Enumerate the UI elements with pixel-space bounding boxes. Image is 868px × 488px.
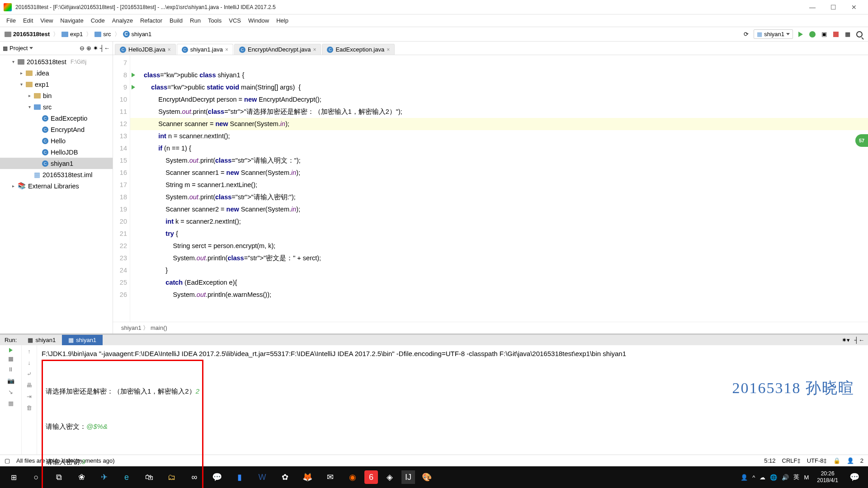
tree-node[interactable]: ▾src [0,101,113,113]
wrap-button[interactable]: ⤶ [27,371,32,377]
folder-icon [94,32,101,37]
close-button[interactable]: ✕ [844,0,864,14]
menu-code[interactable]: Code [87,16,108,25]
vcs-status-icon[interactable]: ▢ [5,457,10,464]
tree-node[interactable]: CEncryptAnd [0,124,113,135]
run-button[interactable] [797,30,805,38]
menu-refactor[interactable]: Refactor [137,16,166,25]
close-tab-icon[interactable]: × [387,47,390,53]
editor-tabs: CHelloJDB.java×Cshiyan1.java×CEncryptAnd… [113,42,868,55]
breadcrumb: 20165318test〉 exp1〉 src〉 Cshiyan1 [5,30,151,38]
class-icon: C [120,47,126,53]
stop-button[interactable] [832,30,840,38]
navigation-bar: 20165318test〉 exp1〉 src〉 Cshiyan1 ⟳ ▦shi… [0,27,868,42]
rerun-button[interactable] [9,348,13,352]
run-hide-icon[interactable]: ┤← [854,337,864,343]
project-tool-window: ▦ Project ⊖ ⊕ ✷ ┤← ▾20165318testF:\Git\j… [0,42,113,333]
class-icon: C [123,31,130,38]
menu-vcs[interactable]: VCS [225,16,245,25]
run-tabs: Run: ▦shiyan1 ▦shiyan1 ✷▾ ┤← [0,335,868,345]
close-tab-icon[interactable]: × [225,47,228,53]
menu-help[interactable]: Help [273,16,292,25]
menu-tools[interactable]: Tools [204,16,225,25]
exit-button[interactable]: ↘ [8,389,13,395]
inspection-badge[interactable]: 57 [855,134,868,147]
tree-node[interactable]: ▸.idea [0,67,113,79]
target-icon[interactable]: ⊕ [86,45,91,52]
cfile-icon: C [42,115,48,122]
editor-breadcrumb[interactable]: shiyan1 〉 main() [113,322,868,333]
tree-node[interactable]: ▸📚External Libraries [0,180,113,192]
crumb-file[interactable]: Cshiyan1 [123,31,152,38]
tree-node[interactable]: ▦20165318test.iml [0,169,113,180]
up-button[interactable]: ↑ [28,348,31,355]
stop-run-button[interactable] [9,357,13,361]
crumb-src[interactable]: src〉 [94,30,121,38]
window-titlebar: 20165318test - [F:\Git\java\20165318test… [0,0,868,14]
menu-bar: File Edit View Navigate Code Analyze Ref… [0,14,868,27]
tree-node[interactable]: ▾exp1 [0,79,113,90]
editor-tab[interactable]: CHelloJDB.java× [115,44,176,55]
collapse-icon[interactable]: ⊖ [80,45,85,52]
maximize-button[interactable]: ☐ [823,0,844,14]
menu-file[interactable]: File [3,16,19,25]
editor-area: CHelloJDB.java×Cshiyan1.java×CEncryptAnd… [113,42,868,333]
close-tab-icon[interactable]: × [168,47,171,53]
intellij-logo-icon [4,3,12,11]
menu-build[interactable]: Build [166,16,186,25]
crumb-root[interactable]: 20165318test〉 [5,30,60,38]
settings-icon[interactable]: ✷ [93,45,98,52]
src-icon [34,104,41,110]
tree-node[interactable]: ▾20165318testF:\Git\j [0,56,113,67]
cfile-icon: C [42,160,48,167]
minimize-button[interactable]: — [802,0,823,14]
scroll-button[interactable]: ⇥ [27,393,32,400]
editor-tab[interactable]: CEadException.java× [322,44,395,55]
class-icon: C [182,47,188,53]
menu-window[interactable]: Window [245,16,273,25]
console-output[interactable]: F:\JDK1.9\bin\java "-javaagent:F:\IDEA\I… [37,345,868,488]
run-config-combo[interactable]: ▦shiyan1 [754,29,793,39]
chevron-down-icon [786,33,790,35]
coverage-button[interactable]: ▣ [820,30,828,38]
cfile-icon: C [42,149,48,155]
menu-edit[interactable]: Edit [19,16,37,25]
dump-button[interactable]: 📷 [7,377,14,384]
down-button[interactable]: ↓ [28,359,31,366]
editor-tab[interactable]: CEncryptAndDecrypt.java× [234,44,321,55]
debug-button[interactable] [808,30,816,38]
pause-button[interactable]: ⏸ [8,366,14,373]
layout-button[interactable]: ▦ [844,30,852,38]
layout-button[interactable]: ▦ [8,400,14,407]
print-button[interactable]: 🖶 [26,382,32,389]
menu-run[interactable]: Run [186,16,204,25]
tree-node[interactable]: CEadExceptio [0,113,113,124]
clear-button[interactable]: 🗑 [26,404,32,411]
run-settings-icon[interactable]: ✷▾ [842,337,850,343]
code-editor[interactable]: 7891011121314151617181920212223242526 cl… [113,55,868,322]
code-content[interactable]: class="kw">public class shiyan1 { class=… [130,55,868,322]
run-tab-1[interactable]: ▦shiyan1 [62,335,103,345]
close-tab-icon[interactable]: × [313,47,316,53]
folder-icon [26,82,33,87]
hide-icon[interactable]: ┤← [100,45,110,52]
tree-node[interactable]: ▸bin [0,90,113,101]
chevron-down-icon[interactable] [29,47,33,49]
console-cmd: F:\JDK1.9\bin\java "-javaagent:F:\IDEA\I… [42,348,863,360]
sync-icon[interactable]: ⟳ [742,30,750,38]
folder-icon [26,70,33,76]
run-tab-0[interactable]: ▦shiyan1 [21,335,62,345]
tree-node[interactable]: CHelloJDB [0,146,113,158]
editor-tab[interactable]: Cshiyan1.java× [177,44,233,55]
project-header: ▦ Project ⊖ ⊕ ✷ ┤← [0,42,113,55]
search-button[interactable] [855,30,863,38]
start-button[interactable]: ⊞ [3,468,24,486]
project-tree[interactable]: ▾20165318testF:\Git\j▸.idea▾exp1▸bin▾src… [0,55,113,333]
tree-node[interactable]: CHello [0,135,113,146]
crumb-exp1[interactable]: exp1〉 [61,30,93,38]
menu-navigate[interactable]: Navigate [57,16,87,25]
menu-view[interactable]: View [37,16,57,25]
class-icon: C [327,47,333,53]
tree-node[interactable]: Cshiyan1 [0,158,113,169]
menu-analyze[interactable]: Analyze [108,16,137,25]
